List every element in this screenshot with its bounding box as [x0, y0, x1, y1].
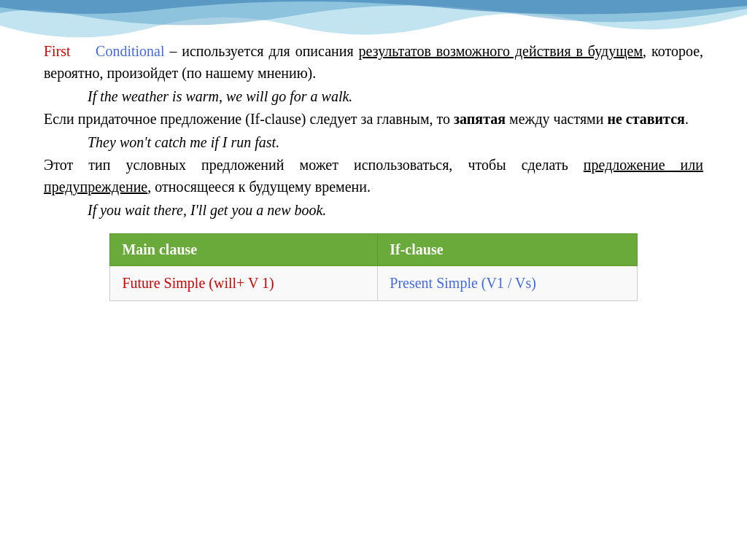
table-cell-future-simple: Future Simple (will+ V 1): [110, 266, 378, 301]
word-first: First: [44, 43, 71, 59]
main-content: First Conditional – используется для опи…: [44, 40, 703, 545]
wave-decoration: [0, 0, 747, 44]
paragraph-1: First Conditional – используется для опи…: [44, 40, 703, 84]
paragraph2-end: .: [685, 111, 689, 127]
paragraph2-bold1: запятая: [454, 111, 506, 127]
table-header-if-clause: If-clause: [378, 234, 637, 266]
paragraph3-post: , относящееся к будущему времени.: [147, 179, 371, 195]
table-row: Future Simple (will+ V 1) Present Simple…: [110, 266, 637, 301]
paragraph1-underline: результатов возможного действия в будуще…: [359, 43, 643, 59]
word-conditional: Conditional: [96, 43, 164, 59]
table-header-main-clause: Main clause: [110, 234, 378, 266]
grammar-table: Main clause If-clause Future Simple (wil…: [109, 233, 637, 301]
paragraph2-bold2: не ставится: [607, 111, 684, 127]
paragraph1-text-pre: – используется для описания: [169, 43, 358, 59]
paragraph2-pre: Если придаточное предложение (If-clause)…: [44, 111, 454, 127]
paragraph3-pre: Этот тип условных предложений может испо…: [44, 157, 584, 173]
table-cell-present-simple: Present Simple (V1 / Vs): [378, 266, 637, 301]
paragraph2-mid: между частями: [506, 111, 607, 127]
paragraph-2: Если придаточное предложение (If-clause)…: [44, 108, 703, 130]
table-header-row: Main clause If-clause: [110, 234, 637, 266]
example-3: If you wait there, I'll get you a new bo…: [44, 202, 703, 219]
example-2: They won't catch me if I run fast.: [44, 134, 703, 151]
paragraph-3: Этот тип условных предложений может испо…: [44, 154, 703, 198]
example-1: If the weather is warm, we will go for a…: [44, 88, 703, 105]
